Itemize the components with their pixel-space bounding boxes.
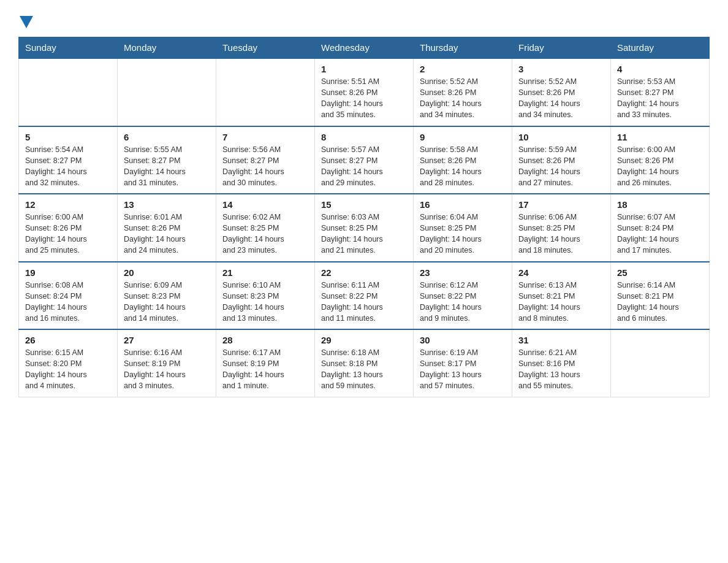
day-header-tuesday: Tuesday bbox=[216, 37, 315, 59]
calendar-day-26: 26Sunrise: 6:15 AM Sunset: 8:20 PM Dayli… bbox=[19, 329, 118, 397]
day-info: Sunrise: 6:03 AM Sunset: 8:25 PM Dayligh… bbox=[321, 212, 407, 256]
calendar-day-15: 15Sunrise: 6:03 AM Sunset: 8:25 PM Dayli… bbox=[315, 194, 414, 262]
calendar-day-16: 16Sunrise: 6:04 AM Sunset: 8:25 PM Dayli… bbox=[414, 194, 512, 262]
day-info: Sunrise: 5:56 AM Sunset: 8:27 PM Dayligh… bbox=[222, 144, 308, 189]
calendar-day-19: 19Sunrise: 6:08 AM Sunset: 8:24 PM Dayli… bbox=[19, 262, 118, 330]
calendar-day-25: 25Sunrise: 6:14 AM Sunset: 8:21 PM Dayli… bbox=[611, 262, 710, 330]
day-info: Sunrise: 6:13 AM Sunset: 8:21 PM Dayligh… bbox=[518, 280, 604, 324]
calendar-day-8: 8Sunrise: 5:57 AM Sunset: 8:27 PM Daylig… bbox=[315, 126, 414, 194]
day-info: Sunrise: 6:18 AM Sunset: 8:18 PM Dayligh… bbox=[321, 347, 407, 392]
day-info: Sunrise: 6:04 AM Sunset: 8:25 PM Dayligh… bbox=[420, 212, 506, 256]
calendar-day-31: 31Sunrise: 6:21 AM Sunset: 8:16 PM Dayli… bbox=[512, 329, 611, 397]
day-number: 24 bbox=[518, 267, 604, 278]
day-info: Sunrise: 6:19 AM Sunset: 8:17 PM Dayligh… bbox=[420, 347, 506, 392]
day-number: 2 bbox=[420, 64, 506, 74]
calendar-day-6: 6Sunrise: 5:55 AM Sunset: 8:27 PM Daylig… bbox=[118, 126, 216, 194]
day-number: 22 bbox=[321, 267, 407, 278]
day-number: 17 bbox=[518, 199, 604, 210]
calendar-day-4: 4Sunrise: 5:53 AM Sunset: 8:27 PM Daylig… bbox=[611, 58, 710, 126]
empty-day bbox=[118, 58, 216, 126]
day-info: Sunrise: 6:15 AM Sunset: 8:20 PM Dayligh… bbox=[25, 347, 111, 392]
calendar-day-2: 2Sunrise: 5:52 AM Sunset: 8:26 PM Daylig… bbox=[414, 58, 512, 126]
day-info: Sunrise: 5:59 AM Sunset: 8:26 PM Dayligh… bbox=[518, 144, 604, 189]
calendar-day-1: 1Sunrise: 5:51 AM Sunset: 8:26 PM Daylig… bbox=[315, 58, 414, 126]
day-number: 7 bbox=[222, 132, 308, 142]
logo-blue bbox=[18, 12, 33, 31]
calendar-week-row: 12Sunrise: 6:00 AM Sunset: 8:26 PM Dayli… bbox=[19, 194, 710, 262]
day-number: 16 bbox=[420, 199, 506, 210]
day-info: Sunrise: 6:06 AM Sunset: 8:25 PM Dayligh… bbox=[518, 212, 604, 256]
day-info: Sunrise: 5:51 AM Sunset: 8:26 PM Dayligh… bbox=[321, 76, 407, 121]
day-number: 30 bbox=[420, 335, 506, 345]
day-header-monday: Monday bbox=[118, 37, 216, 59]
calendar-header-row: SundayMondayTuesdayWednesdayThursdayFrid… bbox=[19, 37, 710, 59]
day-number: 3 bbox=[518, 64, 604, 74]
day-info: Sunrise: 6:01 AM Sunset: 8:26 PM Dayligh… bbox=[124, 212, 210, 256]
day-number: 28 bbox=[222, 335, 308, 345]
day-header-saturday: Saturday bbox=[611, 37, 710, 59]
day-number: 9 bbox=[420, 132, 506, 142]
calendar-day-17: 17Sunrise: 6:06 AM Sunset: 8:25 PM Dayli… bbox=[512, 194, 611, 262]
day-header-thursday: Thursday bbox=[414, 37, 512, 59]
calendar-day-12: 12Sunrise: 6:00 AM Sunset: 8:26 PM Dayli… bbox=[19, 194, 118, 262]
day-number: 18 bbox=[617, 199, 703, 210]
day-info: Sunrise: 6:07 AM Sunset: 8:24 PM Dayligh… bbox=[617, 212, 703, 256]
day-info: Sunrise: 6:08 AM Sunset: 8:24 PM Dayligh… bbox=[25, 280, 111, 324]
day-info: Sunrise: 5:55 AM Sunset: 8:27 PM Dayligh… bbox=[124, 144, 210, 189]
day-number: 23 bbox=[420, 267, 506, 278]
day-header-wednesday: Wednesday bbox=[315, 37, 414, 59]
day-number: 21 bbox=[222, 267, 308, 278]
day-header-sunday: Sunday bbox=[19, 37, 118, 59]
calendar-day-21: 21Sunrise: 6:10 AM Sunset: 8:23 PM Dayli… bbox=[216, 262, 315, 330]
day-info: Sunrise: 6:09 AM Sunset: 8:23 PM Dayligh… bbox=[124, 280, 210, 324]
empty-day bbox=[19, 58, 118, 126]
calendar-day-29: 29Sunrise: 6:18 AM Sunset: 8:18 PM Dayli… bbox=[315, 329, 414, 397]
calendar-day-27: 27Sunrise: 6:16 AM Sunset: 8:19 PM Dayli… bbox=[118, 329, 216, 397]
calendar-day-30: 30Sunrise: 6:19 AM Sunset: 8:17 PM Dayli… bbox=[414, 329, 512, 397]
calendar-table: SundayMondayTuesdayWednesdayThursdayFrid… bbox=[18, 37, 710, 397]
calendar-day-13: 13Sunrise: 6:01 AM Sunset: 8:26 PM Dayli… bbox=[118, 194, 216, 262]
day-number: 29 bbox=[321, 335, 407, 345]
day-info: Sunrise: 5:52 AM Sunset: 8:26 PM Dayligh… bbox=[518, 76, 604, 121]
day-info: Sunrise: 5:54 AM Sunset: 8:27 PM Dayligh… bbox=[25, 144, 111, 189]
calendar-week-row: 19Sunrise: 6:08 AM Sunset: 8:24 PM Dayli… bbox=[19, 262, 710, 330]
calendar-day-22: 22Sunrise: 6:11 AM Sunset: 8:22 PM Dayli… bbox=[315, 262, 414, 330]
day-info: Sunrise: 6:02 AM Sunset: 8:25 PM Dayligh… bbox=[222, 212, 308, 256]
calendar-day-18: 18Sunrise: 6:07 AM Sunset: 8:24 PM Dayli… bbox=[611, 194, 710, 262]
day-info: Sunrise: 5:53 AM Sunset: 8:27 PM Dayligh… bbox=[617, 76, 703, 121]
calendar-day-9: 9Sunrise: 5:58 AM Sunset: 8:26 PM Daylig… bbox=[414, 126, 512, 194]
calendar-day-20: 20Sunrise: 6:09 AM Sunset: 8:23 PM Dayli… bbox=[118, 262, 216, 330]
day-info: Sunrise: 6:14 AM Sunset: 8:21 PM Dayligh… bbox=[617, 280, 703, 324]
calendar-day-11: 11Sunrise: 6:00 AM Sunset: 8:26 PM Dayli… bbox=[611, 126, 710, 194]
empty-day bbox=[216, 58, 315, 126]
day-number: 6 bbox=[124, 132, 210, 142]
day-number: 19 bbox=[25, 267, 111, 278]
day-number: 10 bbox=[518, 132, 604, 142]
day-number: 1 bbox=[321, 64, 407, 74]
day-number: 31 bbox=[518, 335, 604, 345]
calendar-day-24: 24Sunrise: 6:13 AM Sunset: 8:21 PM Dayli… bbox=[512, 262, 611, 330]
day-info: Sunrise: 5:52 AM Sunset: 8:26 PM Dayligh… bbox=[420, 76, 506, 121]
day-info: Sunrise: 6:12 AM Sunset: 8:22 PM Dayligh… bbox=[420, 280, 506, 324]
day-info: Sunrise: 6:11 AM Sunset: 8:22 PM Dayligh… bbox=[321, 280, 407, 324]
day-header-friday: Friday bbox=[512, 37, 611, 59]
day-number: 25 bbox=[617, 267, 703, 278]
calendar-day-3: 3Sunrise: 5:52 AM Sunset: 8:26 PM Daylig… bbox=[512, 58, 611, 126]
day-number: 5 bbox=[25, 132, 111, 142]
day-number: 15 bbox=[321, 199, 407, 210]
day-info: Sunrise: 5:57 AM Sunset: 8:27 PM Dayligh… bbox=[321, 144, 407, 189]
day-number: 12 bbox=[25, 199, 111, 210]
calendar-day-5: 5Sunrise: 5:54 AM Sunset: 8:27 PM Daylig… bbox=[19, 126, 118, 194]
empty-day bbox=[611, 329, 710, 397]
day-number: 8 bbox=[321, 132, 407, 142]
day-number: 20 bbox=[124, 267, 210, 278]
calendar-day-10: 10Sunrise: 5:59 AM Sunset: 8:26 PM Dayli… bbox=[512, 126, 611, 194]
calendar-day-14: 14Sunrise: 6:02 AM Sunset: 8:25 PM Dayli… bbox=[216, 194, 315, 262]
day-info: Sunrise: 6:10 AM Sunset: 8:23 PM Dayligh… bbox=[222, 280, 308, 324]
day-number: 14 bbox=[222, 199, 308, 210]
calendar-week-row: 1Sunrise: 5:51 AM Sunset: 8:26 PM Daylig… bbox=[19, 58, 710, 126]
day-info: Sunrise: 5:58 AM Sunset: 8:26 PM Dayligh… bbox=[420, 144, 506, 189]
svg-marker-0 bbox=[20, 16, 33, 28]
day-info: Sunrise: 6:00 AM Sunset: 8:26 PM Dayligh… bbox=[25, 212, 111, 256]
logo-triangle-icon bbox=[20, 16, 33, 28]
